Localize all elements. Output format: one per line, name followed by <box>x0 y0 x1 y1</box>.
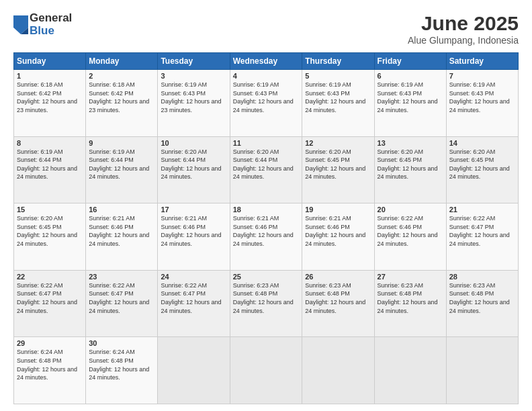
day-info: Sunrise: 6:23 AMSunset: 6:48 PMDaylight:… <box>305 282 365 314</box>
day-number: 2 <box>89 72 154 80</box>
logo-blue: Blue <box>30 25 72 38</box>
day-number: 16 <box>89 205 154 214</box>
table-row <box>446 337 518 404</box>
day-number: 26 <box>305 273 371 281</box>
day-number: 21 <box>449 205 515 214</box>
col-wednesday: Wednesday <box>230 53 302 70</box>
header: General Blue June 2025 Alue Glumpang, In… <box>13 12 519 46</box>
day-info: Sunrise: 6:19 AMSunset: 6:44 PMDaylight:… <box>89 148 149 181</box>
day-info: Sunrise: 6:19 AMSunset: 6:43 PMDaylight:… <box>305 81 365 113</box>
col-tuesday: Tuesday <box>158 53 230 70</box>
day-number: 12 <box>305 139 371 147</box>
day-number: 3 <box>161 72 226 80</box>
table-row: 6Sunrise: 6:19 AMSunset: 6:43 PMDaylight… <box>374 70 446 137</box>
day-number: 19 <box>305 205 371 214</box>
table-row: 14Sunrise: 6:20 AMSunset: 6:45 PMDayligh… <box>446 136 518 203</box>
table-row: 10Sunrise: 6:20 AMSunset: 6:44 PMDayligh… <box>158 136 230 203</box>
logo-general: General <box>30 12 72 25</box>
col-monday: Monday <box>86 53 158 70</box>
logo: General Blue <box>13 12 72 37</box>
table-row: 17Sunrise: 6:21 AMSunset: 6:46 PMDayligh… <box>158 203 230 271</box>
table-row <box>158 337 230 404</box>
day-info: Sunrise: 6:20 AMSunset: 6:45 PMDaylight:… <box>17 215 77 247</box>
table-row: 2Sunrise: 6:18 AMSunset: 6:42 PMDaylight… <box>86 70 158 137</box>
day-info: Sunrise: 6:24 AMSunset: 6:48 PMDaylight:… <box>17 349 77 381</box>
day-info: Sunrise: 6:20 AMSunset: 6:45 PMDaylight:… <box>449 148 510 181</box>
day-info: Sunrise: 6:19 AMSunset: 6:44 PMDaylight:… <box>17 148 77 181</box>
day-number: 29 <box>17 339 83 347</box>
day-number: 15 <box>17 205 83 214</box>
calendar-row: 15Sunrise: 6:20 AMSunset: 6:45 PMDayligh… <box>14 203 519 271</box>
day-number: 18 <box>233 205 300 214</box>
day-number: 4 <box>233 72 300 80</box>
table-row: 13Sunrise: 6:20 AMSunset: 6:45 PMDayligh… <box>374 136 446 203</box>
table-row: 20Sunrise: 6:22 AMSunset: 6:46 PMDayligh… <box>374 203 446 271</box>
col-sunday: Sunday <box>14 53 86 70</box>
table-row: 19Sunrise: 6:21 AMSunset: 6:46 PMDayligh… <box>302 203 374 271</box>
logo-text: General Blue <box>30 12 72 37</box>
table-row <box>374 337 446 404</box>
day-number: 7 <box>449 72 515 80</box>
table-row: 7Sunrise: 6:19 AMSunset: 6:43 PMDaylight… <box>446 70 518 137</box>
table-row: 15Sunrise: 6:20 AMSunset: 6:45 PMDayligh… <box>14 203 86 271</box>
day-info: Sunrise: 6:24 AMSunset: 6:48 PMDaylight:… <box>89 349 149 381</box>
day-info: Sunrise: 6:21 AMSunset: 6:46 PMDaylight:… <box>233 215 294 247</box>
day-info: Sunrise: 6:22 AMSunset: 6:47 PMDaylight:… <box>161 282 221 314</box>
day-info: Sunrise: 6:20 AMSunset: 6:45 PMDaylight:… <box>305 148 365 181</box>
day-info: Sunrise: 6:21 AMSunset: 6:46 PMDaylight:… <box>305 215 365 247</box>
day-info: Sunrise: 6:18 AMSunset: 6:42 PMDaylight:… <box>89 81 149 113</box>
table-row: 18Sunrise: 6:21 AMSunset: 6:46 PMDayligh… <box>230 203 302 271</box>
day-info: Sunrise: 6:22 AMSunset: 6:47 PMDaylight:… <box>89 282 149 314</box>
day-number: 11 <box>233 139 300 147</box>
day-number: 28 <box>449 273 515 281</box>
table-row <box>302 337 374 404</box>
calendar-row: 1Sunrise: 6:18 AMSunset: 6:42 PMDaylight… <box>14 70 519 137</box>
page: General Blue June 2025 Alue Glumpang, In… <box>0 0 532 411</box>
day-number: 8 <box>17 139 83 147</box>
title-block: June 2025 Alue Glumpang, Indonesia <box>408 12 519 46</box>
day-number: 22 <box>17 273 83 281</box>
logo-icon <box>13 15 28 34</box>
day-number: 23 <box>89 273 154 281</box>
col-saturday: Saturday <box>446 53 518 70</box>
table-row: 28Sunrise: 6:23 AMSunset: 6:48 PMDayligh… <box>446 270 518 337</box>
day-info: Sunrise: 6:23 AMSunset: 6:48 PMDaylight:… <box>449 282 510 314</box>
day-info: Sunrise: 6:21 AMSunset: 6:46 PMDaylight:… <box>89 215 149 247</box>
table-row: 12Sunrise: 6:20 AMSunset: 6:45 PMDayligh… <box>302 136 374 203</box>
table-row <box>230 337 302 404</box>
month-title: June 2025 <box>408 12 519 35</box>
day-number: 17 <box>161 205 226 214</box>
day-info: Sunrise: 6:18 AMSunset: 6:42 PMDaylight:… <box>17 81 77 113</box>
day-number: 9 <box>89 139 154 147</box>
table-row: 5Sunrise: 6:19 AMSunset: 6:43 PMDaylight… <box>302 70 374 137</box>
table-row: 29Sunrise: 6:24 AMSunset: 6:48 PMDayligh… <box>14 337 86 404</box>
day-info: Sunrise: 6:19 AMSunset: 6:43 PMDaylight:… <box>378 81 438 113</box>
day-info: Sunrise: 6:19 AMSunset: 6:43 PMDaylight:… <box>449 81 510 113</box>
day-number: 1 <box>17 72 83 80</box>
table-row: 26Sunrise: 6:23 AMSunset: 6:48 PMDayligh… <box>302 270 374 337</box>
location: Alue Glumpang, Indonesia <box>408 35 519 46</box>
day-number: 20 <box>378 205 443 214</box>
calendar-row: 29Sunrise: 6:24 AMSunset: 6:48 PMDayligh… <box>14 337 519 404</box>
day-number: 10 <box>161 139 226 147</box>
day-number: 24 <box>161 273 226 281</box>
table-row: 25Sunrise: 6:23 AMSunset: 6:48 PMDayligh… <box>230 270 302 337</box>
day-info: Sunrise: 6:19 AMSunset: 6:43 PMDaylight:… <box>161 81 221 113</box>
day-number: 14 <box>449 139 515 147</box>
day-info: Sunrise: 6:22 AMSunset: 6:46 PMDaylight:… <box>378 215 438 247</box>
table-row: 22Sunrise: 6:22 AMSunset: 6:47 PMDayligh… <box>14 270 86 337</box>
day-info: Sunrise: 6:23 AMSunset: 6:48 PMDaylight:… <box>378 282 438 314</box>
table-row: 11Sunrise: 6:20 AMSunset: 6:44 PMDayligh… <box>230 136 302 203</box>
day-info: Sunrise: 6:20 AMSunset: 6:44 PMDaylight:… <box>233 148 294 181</box>
day-number: 6 <box>378 72 443 80</box>
col-thursday: Thursday <box>302 53 374 70</box>
table-row: 16Sunrise: 6:21 AMSunset: 6:46 PMDayligh… <box>86 203 158 271</box>
table-row: 21Sunrise: 6:22 AMSunset: 6:47 PMDayligh… <box>446 203 518 271</box>
table-row: 27Sunrise: 6:23 AMSunset: 6:48 PMDayligh… <box>374 270 446 337</box>
day-info: Sunrise: 6:19 AMSunset: 6:43 PMDaylight:… <box>233 81 294 113</box>
calendar-row: 22Sunrise: 6:22 AMSunset: 6:47 PMDayligh… <box>14 270 519 337</box>
day-number: 30 <box>89 339 154 347</box>
day-number: 27 <box>378 273 443 281</box>
table-row: 8Sunrise: 6:19 AMSunset: 6:44 PMDaylight… <box>14 136 86 203</box>
day-number: 25 <box>233 273 300 281</box>
